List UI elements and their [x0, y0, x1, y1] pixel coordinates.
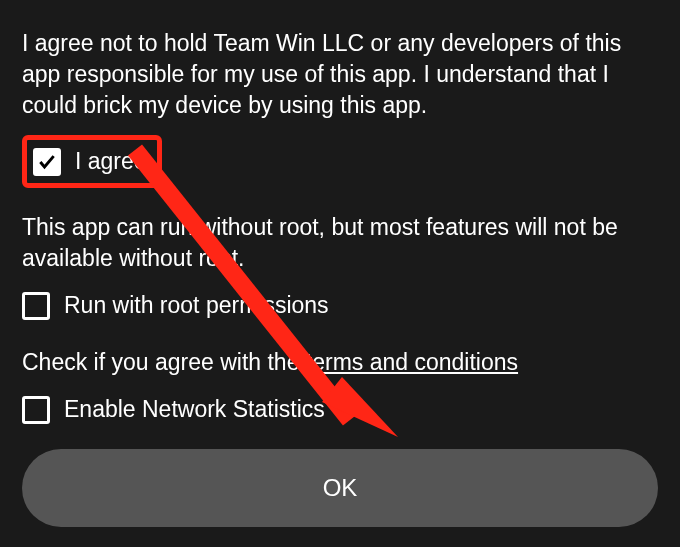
terms-and-conditions-link[interactable]: terms and conditions: [306, 349, 518, 375]
network-stats-checkbox[interactable]: [22, 396, 50, 424]
agree-checkbox-label: I agree: [75, 146, 147, 177]
terms-prefix: Check if you agree with the: [22, 349, 306, 375]
root-info-text: This app can run without root, but most …: [22, 212, 658, 274]
agree-checkbox[interactable]: [33, 148, 61, 176]
terms-text: Check if you agree with the terms and co…: [22, 347, 658, 378]
network-stats-label: Enable Network Statistics: [64, 394, 325, 425]
liability-text: I agree not to hold Team Win LLC or any …: [22, 28, 658, 121]
ok-button-label: OK: [323, 472, 358, 504]
root-permissions-label: Run with root permissions: [64, 290, 329, 321]
ok-button[interactable]: OK: [22, 449, 658, 527]
root-permissions-checkbox[interactable]: [22, 292, 50, 320]
network-stats-row[interactable]: Enable Network Statistics: [22, 392, 658, 427]
checkmark-icon: [37, 152, 57, 172]
root-permissions-row[interactable]: Run with root permissions: [22, 288, 658, 323]
agree-highlight-annotation: I agree: [22, 135, 162, 188]
svg-line-1: [135, 150, 350, 420]
